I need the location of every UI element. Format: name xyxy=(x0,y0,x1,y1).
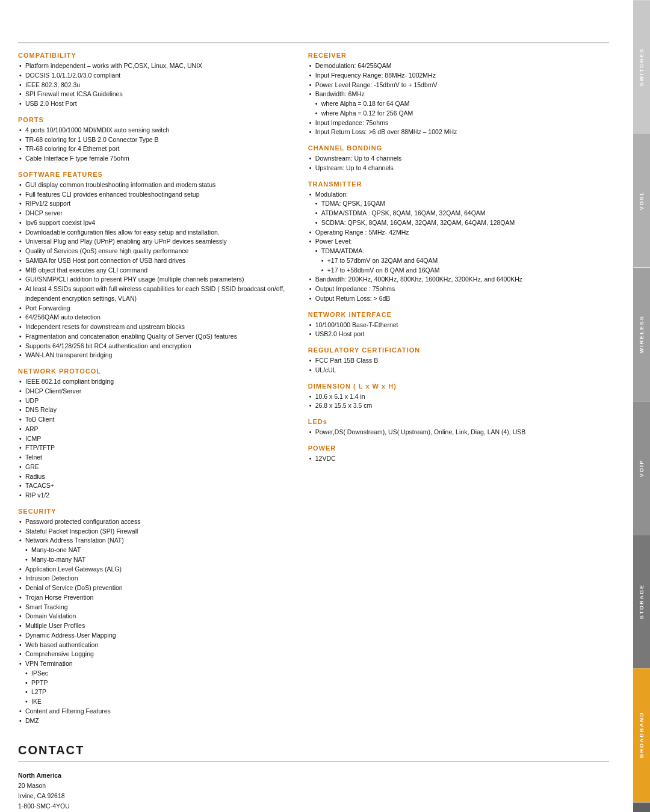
list-item: Quality of Services (QoS) ensure high qu… xyxy=(18,247,290,256)
contact-section: CONTACTNorth America20 MasonIrvine, CA 9… xyxy=(18,737,609,812)
spec-list: Platform independent – works with PC,OSX… xyxy=(18,61,290,109)
list-item: TACACS+ xyxy=(18,481,290,491)
section-title-regulatory-certification: REGULATORY CERTIFICATION xyxy=(308,346,604,354)
list-item: L2TP xyxy=(18,687,290,697)
list-item: SPI Firewall meet ICSA Guidelines xyxy=(18,90,290,99)
list-item: Many-to-one NAT xyxy=(18,546,290,555)
tab-storage[interactable]: STORAGE xyxy=(633,535,650,668)
list-item: Comprehensive Logging xyxy=(18,650,290,659)
list-item: ARP xyxy=(18,425,290,434)
list-item: 10.6 x 6.1 x 1.4 in xyxy=(308,392,604,402)
section-title-channel-bonding: CHANNEL BONDING xyxy=(308,144,604,152)
section-title-network-protocol: NETWORK PROTOCOL xyxy=(18,368,290,375)
section-title-receiver: RECEIVER xyxy=(308,52,604,59)
contact-body: North America20 MasonIrvine, CA 926181-8… xyxy=(18,770,609,812)
list-item: ATDMA/STDMA : QPSK, 8QAM, 16QAM, 32QAM, … xyxy=(308,209,604,218)
list-item: Input Frequency Range: 88MHz- 1002MHz xyxy=(308,71,604,81)
list-item: UL/cUL xyxy=(308,366,604,375)
spec-list: 4 ports 10/100/1000 MDI/MDIX auto sensin… xyxy=(18,126,290,164)
list-item: Input Impedance: 75ohms xyxy=(308,118,604,128)
tab-vdsl[interactable]: VDSL xyxy=(633,134,650,267)
list-item: Power,DS( Downstream), US( Upstream), On… xyxy=(308,428,604,437)
list-item: Power Level: xyxy=(308,237,604,247)
list-item: Output Return Loss: > 6dB xyxy=(308,294,604,304)
list-item: Power Level Range: -15dbmV to + 15dbmV xyxy=(308,81,604,90)
list-item: ICMP xyxy=(18,434,290,444)
list-item: Ipv6 support coexist Ipv4 xyxy=(18,218,290,228)
list-item: where Alpha = 0.18 for 64 QAM xyxy=(308,99,604,109)
list-item: WAN-LAN transparent bridging xyxy=(18,351,290,360)
list-item: Downloadable configuration files allow f… xyxy=(18,228,290,238)
list-item: IPSec xyxy=(18,669,290,678)
list-item: DMZ xyxy=(18,716,290,726)
spec-list: Password protected configuration accessS… xyxy=(18,517,290,726)
main-content: COMPATIBILITYPlatform independent – work… xyxy=(0,32,633,812)
list-item: GRE xyxy=(18,463,290,472)
list-item: Operating Range : 5MHz- 42MHz xyxy=(308,228,604,238)
list-item: MIB object that executes any CLI command xyxy=(18,266,290,275)
list-item: Password protected configuration access xyxy=(18,517,290,527)
list-item: USB2.0 Host port xyxy=(308,330,604,339)
left-column: COMPATIBILITYPlatform independent – work… xyxy=(18,52,290,725)
list-item: Application Level Gateways (ALG) xyxy=(18,565,290,574)
tab-broadband[interactable]: BROADBAND xyxy=(633,668,650,802)
list-item: Network Address Translation (NAT) xyxy=(18,536,290,546)
list-item: Independent resets for downstream and up… xyxy=(18,322,290,332)
list-item: Bandwidth: 200KHz, 400KHz, 800Khz, 1600K… xyxy=(308,275,604,285)
spec-list: Modulation:TDMA: QPSK, 16QAMATDMA/STDMA … xyxy=(308,190,604,304)
list-item: GUI/SNMP/CLI addition to present PHY usa… xyxy=(18,275,290,285)
contact-title: CONTACT xyxy=(18,743,609,762)
spec-list: GUI display common troubleshooting infor… xyxy=(18,180,290,360)
list-item: Universal Plug and Play (UPnP) enabling … xyxy=(18,237,290,247)
list-item: 12VDC xyxy=(308,454,604,464)
list-item: IEEE 802.1d compliant bridging xyxy=(18,377,290,387)
list-item: UDP xyxy=(18,396,290,406)
side-navigation: SWITCHES VDSL WIRELESS VOIP STORAGE BROA… xyxy=(633,0,650,812)
spec-list: IEEE 802.1d compliant bridgingDHCP Clien… xyxy=(18,377,290,500)
list-item: DOCSIS 1.0/1.1/2.0/3.0 compliant xyxy=(18,71,290,81)
list-item: Cable Interface F type female 75ohm xyxy=(18,154,290,164)
list-item: Radius xyxy=(18,472,290,482)
tab-wireless[interactable]: WIRELESS xyxy=(633,268,650,401)
list-item: Domain Validation xyxy=(18,612,290,621)
list-item: USB 2.0 Host Port xyxy=(18,99,290,109)
section-title-ports: PORTS xyxy=(18,116,290,123)
list-item: 4 ports 10/100/1000 MDI/MDIX auto sensin… xyxy=(18,126,290,135)
tab-adapters[interactable]: ADAPTERS xyxy=(633,802,650,812)
section-title-software-features: SOFTWARE FEATURES xyxy=(18,171,290,178)
list-item: 26.8 x 15.5 x 3.5 cm xyxy=(308,401,604,411)
list-item: RIPv1/2 support xyxy=(18,199,290,209)
list-item: Bandwidth: 6MHz xyxy=(308,90,604,99)
list-item: Web based authentication xyxy=(18,641,290,650)
list-item: DHCP Client/Server xyxy=(18,387,290,396)
list-item: At least 4 SSIDs support with full wirel… xyxy=(18,285,290,304)
right-column: RECEIVERDemodulation: 64/256QAMInput Fre… xyxy=(308,52,604,725)
list-item: Upstream: Up to 4 channels xyxy=(308,164,604,173)
list-item: Intrusion Detection xyxy=(18,574,290,583)
list-item: 64/256QAM auto detection xyxy=(18,313,290,322)
list-item: TDMA: QPSK, 16QAM xyxy=(308,199,604,209)
list-item: DHCP server xyxy=(18,209,290,218)
list-item: Demodulation: 64/256QAM xyxy=(308,61,604,71)
spec-list: 10.6 x 6.1 x 1.4 in26.8 x 15.5 x 3.5 cm xyxy=(308,392,604,411)
list-item: TR-68 coloring for 1 USB 2.0 Connector T… xyxy=(18,135,290,145)
section-title-compatibility: COMPATIBILITY xyxy=(18,52,290,59)
section-title-network-interface: NETWORK INTERFACE xyxy=(308,311,604,318)
list-item: +17 to 57dbmV on 32QAM and 64QAM xyxy=(308,256,604,266)
north-america-address: North America20 MasonIrvine, CA 926181-8… xyxy=(18,770,609,812)
list-item: Dynamic Address-User Mapping xyxy=(18,631,290,641)
list-item: Supports 64/128/256 bit RC4 authenticati… xyxy=(18,342,290,351)
tab-voip[interactable]: VOIP xyxy=(633,401,650,535)
list-item: Stateful Packet Inspection (SPI) Firewal… xyxy=(18,527,290,537)
list-item: ToD Client xyxy=(18,415,290,425)
spec-list: Downstream: Up to 4 channelsUpstream: Up… xyxy=(308,154,604,173)
list-item: Multiple User Profiles xyxy=(18,621,290,631)
specs-columns: COMPATIBILITYPlatform independent – work… xyxy=(18,52,609,725)
list-item: VPN Termination xyxy=(18,659,290,669)
tab-switches[interactable]: SWITCHES xyxy=(633,0,650,134)
spec-list: 10/100/1000 Base-T-EthernetUSB2.0 Host p… xyxy=(308,321,604,340)
spec-list: FCC Part 15B Class BUL/cUL xyxy=(308,356,604,375)
list-item: Platform independent – works with PC,OSX… xyxy=(18,61,290,71)
section-title-security: SECURITY xyxy=(18,508,290,515)
list-item: PPTP xyxy=(18,678,290,688)
